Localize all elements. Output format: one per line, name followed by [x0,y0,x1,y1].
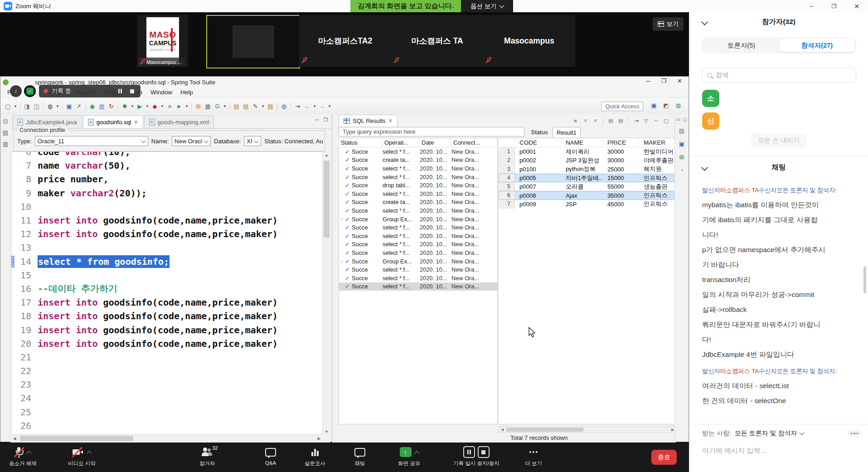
palette-icon[interactable]: ◔ [678,166,686,175]
history-row[interactable]: ✓Succeselect * f...2020. 10...New Ora... [339,206,497,215]
user-icon[interactable]: ◍ [46,102,54,111]
profile-icon[interactable]: ◆ [150,102,159,111]
export-result-icon[interactable]: ▤ [607,117,615,125]
perspective-resource-icon[interactable]: ◩ [662,101,670,110]
terminate-icon[interactable]: ■ [572,117,579,125]
outline-view-icon[interactable]: ▥ [1,140,10,148]
menu-help[interactable]: Help [176,89,197,96]
scrollbar-thumb[interactable] [20,436,133,441]
grid-column-header[interactable]: NAME [561,138,603,147]
profile-dropdown-icon[interactable]: ▾ [160,102,165,111]
grid-row[interactable]: 1p0001제이쿼리30000한빛미디어 [499,147,676,156]
nav-back-dropdown-icon[interactable]: ▾ [312,102,317,111]
history-row[interactable]: ✓Succeselect * f...2020. 10...New Ora... [339,147,497,156]
code-line[interactable]: 17insert into goodsinfo(code,name,price,… [11,296,322,309]
polls-button[interactable]: 설문조사 [305,446,325,467]
grid-column-header[interactable]: CODE [515,138,561,147]
video-tile[interactable]: 마소캠퍼스TA2 [299,15,391,67]
scrollbar-thumb[interactable] [324,161,330,238]
refresh-icon[interactable]: ↻ [107,102,116,111]
recording-controls[interactable]: 기록 일시 중지/중지 [453,446,499,467]
history-row[interactable]: ›✓SucceGroup Ex...2020. 10...New Ora... [339,257,497,266]
code-line[interactable]: 7name varchar(50), [11,159,322,172]
nav-back-icon[interactable]: ← [303,102,311,111]
scrollbar-thumb[interactable] [506,428,583,432]
code-line[interactable]: 15 [11,268,322,282]
database-select[interactable]: XI [244,136,261,146]
security-shield-icon[interactable]: ✓ [24,85,36,97]
view-menu-icon[interactable]: ▽ [642,117,650,125]
sts-maximize-button[interactable]: ❐ [661,78,666,84]
package-explorer-icon[interactable]: ▤ [1,128,10,137]
new-wizard-icon[interactable]: ▢ [4,102,12,111]
editor-horizontal-scrollbar[interactable]: ◀ ▶ [11,434,323,443]
pause-recording-button[interactable] [116,87,124,95]
scroll-up-icon[interactable]: ▲ [323,151,330,158]
participant-row[interactable]: 신 [702,111,719,131]
video-tile[interactable] [206,15,300,68]
maximize-button[interactable]: ❐ [823,0,845,12]
git-icon[interactable]: G [213,102,222,111]
history-row[interactable]: ✓Succeselect * f...2020. 10...New Ora... [339,240,497,249]
user-dropdown-icon[interactable]: ▾ [55,102,60,111]
restore-pane-icon[interactable]: ▭ [676,117,680,122]
run-tool-icon[interactable]: ► [175,102,184,111]
history-row[interactable]: ✓Succecreate ta...2020. 10...New Ora... [339,156,497,165]
panel-icon[interactable]: ▥ [97,102,106,111]
history-row[interactable]: ✓Succeselect * f...2020. 10...New Ora... [339,282,497,291]
pause-record-icon[interactable] [463,446,475,458]
editor-minimize-icon[interactable]: ─ [315,117,319,123]
grid-column-header[interactable]: MAKER [639,138,676,147]
send-to-dropdown[interactable]: 모든 토론자 및 참석자 [735,429,804,438]
console-icon[interactable]: ▣ [65,102,73,111]
query-filter-input[interactable]: Type query expression here [339,127,524,136]
chat-more-button[interactable] [848,430,861,437]
save-icon[interactable]: ◨ [23,102,31,111]
tab-attendees[interactable]: 참석자(27) [779,39,855,52]
code-line[interactable]: 22 [11,364,322,378]
debug-icon[interactable]: ✱ [121,102,129,111]
stop-recording-button[interactable] [128,87,136,95]
code-line[interactable]: 6code varchar(10), [11,151,322,159]
history-row[interactable]: ✓Succeselect * f...2020. 10...New Ora... [339,223,497,232]
view-options-button[interactable]: 옵션 보기 [461,0,513,12]
editor-tab[interactable]: ≡JdbcExample4.java [12,115,82,128]
run-icon[interactable]: ▶ [136,102,144,111]
grid-row[interactable]: 4p0005자바1주일배...15000인프릭스 [499,174,676,182]
code-line[interactable]: 20insert into goodsinfo(code,name,price,… [11,337,322,350]
close-button[interactable]: ✕ [845,0,868,12]
history-column-header[interactable]: Date [420,138,451,147]
code-line[interactable]: 14select * from goodsinfo; [11,255,322,268]
history-row[interactable]: ✓Succeselect * f...2020. 10...New Ora... [339,274,497,282]
history-row[interactable]: ✓Succeselect * f...2020. 10...New Ora... [339,190,497,198]
minimize-button[interactable]: ─ [800,0,823,12]
participants-button[interactable]: 32 참가자 [199,446,215,467]
web-browser-icon[interactable]: ◍ [280,102,288,111]
history-column-header[interactable]: Operati... [383,138,420,147]
new-java-icon[interactable]: ⊞ [194,102,203,111]
history-column-header[interactable]: Connect... [451,138,497,147]
video-options-caret[interactable] [87,451,92,456]
last-edit-icon[interactable]: ⇥ [293,102,302,111]
scroll-right-icon[interactable]: ▶ [315,435,323,442]
maximize-view-icon[interactable]: ▢ [662,117,670,125]
data-source-icon[interactable]: ⊞ [678,153,686,161]
sql-results-tab[interactable]: SQL Results ✕ [339,115,398,127]
editor-tab[interactable]: ≡goods-mapping.xml [144,115,214,128]
boot-dashboard-icon[interactable]: ◉ [88,102,97,111]
scroll-left-icon[interactable]: ◀ [499,427,505,432]
code-line[interactable]: 25 [11,405,322,419]
debug-dropdown-icon[interactable]: ▾ [130,102,135,111]
remove-icon[interactable]: ✕ [582,117,589,125]
grid-row[interactable]: 5p0007오라클55000생능출판 [499,182,676,191]
export-icon[interactable]: ▤ [266,102,275,111]
unmute-button[interactable]: 음소거 해제 [9,446,37,467]
code-line[interactable]: 16--데이타 추가하기 [11,282,322,296]
junit-icon[interactable]: ▦ [204,102,212,111]
code-area[interactable]: 6code varchar(10),7name varchar(50),8pri… [11,151,323,435]
nav-forward-dropdown-icon[interactable]: ▾ [327,102,332,111]
end-meeting-button[interactable]: 종료 [651,450,677,465]
code-line[interactable]: 13 [11,241,322,254]
info-icon[interactable]: i [10,85,22,97]
share-options-caret[interactable] [414,451,419,456]
